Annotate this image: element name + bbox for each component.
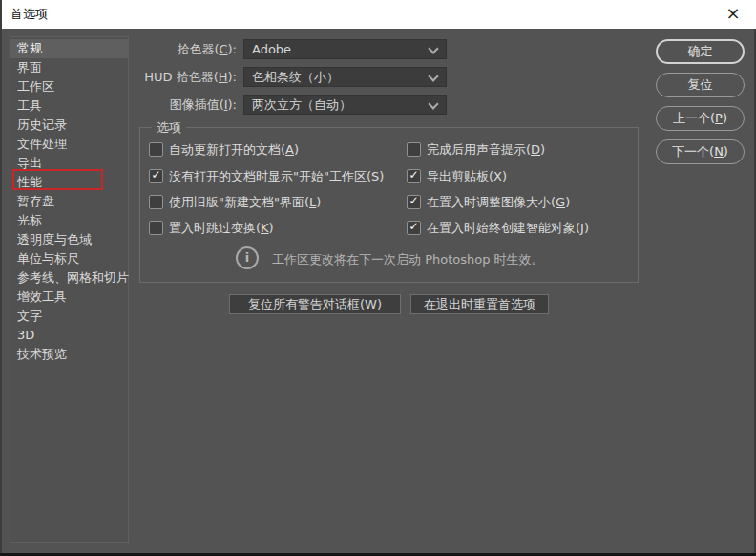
sidebar-item-scratch-disks[interactable]: 暂存盘 bbox=[10, 192, 128, 211]
prev-button[interactable]: 上一个(P) bbox=[656, 106, 745, 131]
checkbox-label: 自动更新打开的文档(A) bbox=[169, 142, 299, 157]
image-interpolation-select[interactable]: 两次立方（自动） bbox=[243, 95, 447, 115]
info-icon: i bbox=[236, 246, 259, 269]
color-picker-select[interactable]: Adobe bbox=[243, 39, 447, 59]
checkbox-label: 没有打开的文档时显示"开始"工作区(S) bbox=[169, 169, 384, 183]
checkbox[interactable]: ✓ bbox=[149, 169, 163, 183]
sidebar-item-3d[interactable]: 3D bbox=[10, 326, 128, 345]
options-group: 选项 ✓ 自动更新打开的文档(A) ✓ 没有打开的文档时显示"开始"工作区(S)… bbox=[139, 127, 639, 283]
sidebar-item-transparency-gamut[interactable]: 透明度与色域 bbox=[10, 230, 128, 249]
color-picker-label: 拾色器(C): bbox=[91, 39, 237, 60]
reset-all-warning-dialogs-button[interactable]: 复位所有警告对话框(W) bbox=[229, 294, 401, 314]
hud-color-picker-value: 色相条纹（小） bbox=[252, 70, 339, 84]
check-icon: ✓ bbox=[150, 168, 162, 181]
sidebar-item-units-rulers[interactable]: 单位与标尺 bbox=[10, 249, 128, 268]
checkbox-label: 置入时跳过变换(K) bbox=[169, 221, 274, 235]
checkbox[interactable]: ✓ bbox=[407, 142, 421, 157]
sidebar-item-guides-grid-slices[interactable]: 参考线、网格和切片 bbox=[10, 268, 128, 288]
reset-preferences-on-quit-button[interactable]: 在退出时重置首选项 bbox=[410, 294, 549, 314]
checkbox-label: 在置入时调整图像大小(G) bbox=[427, 195, 570, 209]
sidebar-item-technology-previews[interactable]: 技术预览 bbox=[10, 345, 128, 364]
image-interpolation-label: 图像插值(I): bbox=[91, 95, 237, 116]
title-bar: 首选项 × bbox=[0, 0, 756, 29]
workspace-restart-note: 工作区更改将在下一次启动 Photoshop 时生效。 bbox=[272, 251, 544, 268]
color-picker-value: Adobe bbox=[252, 42, 291, 56]
image-interpolation-value: 两次立方（自动） bbox=[252, 97, 351, 112]
hud-color-picker-label: HUD 拾色器(H): bbox=[91, 67, 237, 88]
checkbox-label: 完成后用声音提示(D) bbox=[427, 142, 545, 157]
checkbox[interactable]: ✓ bbox=[149, 195, 163, 209]
hud-color-picker-select[interactable]: 色相条纹（小） bbox=[243, 67, 447, 87]
sidebar-item-history-log[interactable]: 历史记录 bbox=[10, 116, 128, 135]
checkbox-label: 导出剪贴板(X) bbox=[427, 169, 507, 183]
sidebar-item-cursors[interactable]: 光标 bbox=[10, 211, 128, 230]
close-icon[interactable]: × bbox=[722, 0, 745, 29]
checkbox-label: 使用旧版"新建文档"界面(L) bbox=[169, 195, 321, 209]
dialog-body: 常规 界面 工作区 工具 历史记录 文件处理 导出 性能 暂存盘 光标 透明度与… bbox=[0, 29, 756, 556]
chevron-down-icon bbox=[428, 71, 438, 81]
reset-button[interactable]: 复位 bbox=[656, 73, 745, 97]
chevron-down-icon bbox=[428, 98, 438, 109]
check-icon: ✓ bbox=[408, 220, 420, 232]
check-icon: ✓ bbox=[408, 194, 420, 206]
checkbox[interactable]: ✓ bbox=[407, 221, 421, 235]
checkbox[interactable]: ✓ bbox=[407, 169, 421, 183]
check-icon: ✓ bbox=[408, 168, 420, 181]
sidebar-item-plugins[interactable]: 增效工具 bbox=[10, 288, 128, 307]
sidebar-item-file-handling[interactable]: 文件处理 bbox=[10, 135, 128, 154]
next-button[interactable]: 下一个(N) bbox=[656, 139, 745, 164]
sidebar-item-type[interactable]: 文字 bbox=[10, 307, 128, 326]
window-edge-left bbox=[0, 0, 2, 556]
sidebar-item-performance[interactable]: 性能 bbox=[10, 173, 128, 192]
chevron-down-icon bbox=[428, 43, 438, 53]
sidebar-item-export[interactable]: 导出 bbox=[10, 154, 128, 173]
checkbox[interactable]: ✓ bbox=[149, 142, 163, 157]
options-group-legend: 选项 bbox=[152, 119, 186, 137]
checkbox[interactable]: ✓ bbox=[149, 221, 163, 235]
checkbox-label: 在置入时始终创建智能对象(J) bbox=[427, 221, 589, 235]
ok-button[interactable]: 确定 bbox=[656, 39, 745, 64]
checkbox[interactable]: ✓ bbox=[407, 195, 421, 209]
dialog-title: 首选项 bbox=[10, 0, 48, 29]
